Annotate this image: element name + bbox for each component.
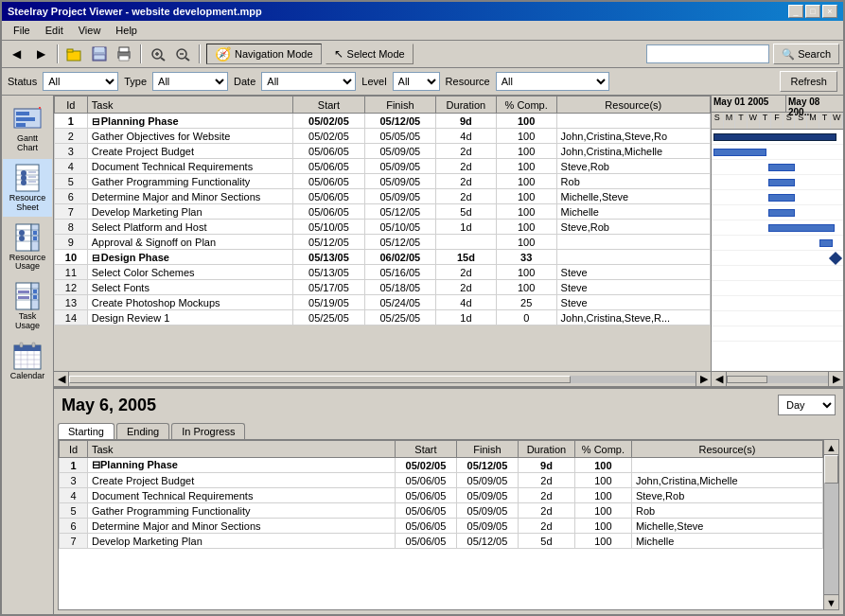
gantt-scroll-left[interactable]: ◀: [712, 372, 727, 387]
svg-rect-3: [95, 47, 104, 52]
print-button[interactable]: [114, 44, 134, 64]
navigation-mode-button[interactable]: 🧭 Navigation Mode: [206, 44, 322, 64]
type-select[interactable]: All: [152, 72, 228, 91]
menu-edit[interactable]: Edit: [38, 23, 71, 38]
tab-ending[interactable]: Ending: [116, 423, 169, 439]
table-row[interactable]: 10 ⊟Design Phase 05/13/05 06/02/05 15d 3…: [55, 250, 711, 265]
gantt-header: May 01 2005 May 08 200... S M T W T F S …: [712, 96, 843, 130]
gantt-scroll-right[interactable]: ▶: [828, 372, 843, 387]
resource-select[interactable]: All: [496, 72, 609, 91]
bottom-vertical-scrollbar[interactable]: ▲ ▼: [823, 440, 838, 609]
row-finish: 05/24/05: [364, 295, 435, 310]
sidebar-item-resource-sheet[interactable]: ResourceSheet: [3, 159, 52, 217]
open-button[interactable]: [64, 44, 85, 64]
gantt-day-T3: T: [819, 113, 832, 130]
upper-horizontal-scrollbar[interactable]: ◀ ▶: [54, 371, 711, 386]
bottom-row-comp: 100: [574, 503, 631, 519]
day-view-select[interactable]: Day Week Month: [778, 395, 836, 415]
scroll-track[interactable]: [69, 376, 695, 383]
minimize-button[interactable]: _: [788, 5, 803, 18]
row-finish: 05/12/05: [364, 114, 435, 129]
scroll-up-button[interactable]: ▲: [824, 440, 838, 455]
table-row[interactable]: 5 Gather Programming Functionality 05/06…: [55, 174, 711, 189]
row-id: 6: [55, 189, 88, 204]
gantt-day-S2: S: [783, 113, 796, 130]
row-resources: Steve,Rob: [556, 159, 710, 174]
close-button[interactable]: ×: [822, 5, 837, 18]
main-window: Steelray Project Viewer - website develo…: [0, 0, 845, 616]
gantt-scroll-thumb[interactable]: [727, 376, 767, 383]
menu-help[interactable]: Help: [108, 23, 145, 38]
scroll-thumb[interactable]: [69, 376, 571, 383]
table-row[interactable]: 1 ⊟Planning Phase 05/02/05 05/12/05 9d 1…: [55, 114, 711, 129]
sidebar-item-resource-usage[interactable]: ResourceUsage: [3, 219, 52, 276]
svg-rect-49: [33, 295, 37, 299]
gantt-scroll-track[interactable]: [727, 376, 828, 383]
search-button-label: Search: [798, 48, 831, 60]
level-select[interactable]: All: [393, 72, 440, 91]
row-comp: 100: [496, 114, 556, 129]
date-select[interactable]: All: [261, 72, 356, 91]
bottom-table-row[interactable]: 1 ⊟Planning Phase 05/02/05 05/12/05 9d 1…: [60, 458, 823, 473]
table-row[interactable]: 12 Select Fonts 05/17/05 05/18/05 2d 100…: [55, 280, 711, 295]
menu-view[interactable]: View: [71, 23, 109, 38]
back-button[interactable]: ◀: [6, 44, 26, 64]
sidebar-item-gantt-chart[interactable]: GanttChart: [3, 99, 52, 157]
zoom-in-button[interactable]: [148, 44, 168, 64]
row-start: 05/25/05: [293, 310, 364, 326]
row-task: Create Project Budget: [87, 144, 292, 159]
table-row[interactable]: 7 Develop Marketing Plan 05/06/05 05/12/…: [55, 204, 711, 220]
bottom-col-comp: % Comp.: [574, 441, 631, 458]
search-button[interactable]: 🔍 Search: [773, 44, 839, 64]
scroll-thumb-v[interactable]: [824, 455, 838, 484]
refresh-button[interactable]: Refresh: [780, 71, 837, 92]
bottom-table-scroll: Id Task Start Finish Duration % Comp. Re…: [59, 440, 823, 609]
table-row[interactable]: 13 Create Photoshop Mockups 05/19/05 05/…: [55, 295, 711, 310]
table-row[interactable]: 3 Create Project Budget 05/06/05 05/09/0…: [55, 144, 711, 159]
table-row[interactable]: 11 Select Color Schemes 05/13/05 05/16/0…: [55, 265, 711, 280]
zoom-out-button[interactable]: [172, 44, 193, 64]
tab-in-progress[interactable]: In Progress: [171, 423, 245, 439]
row-task: Approval & Signoff on Plan: [87, 235, 292, 250]
status-select[interactable]: All: [43, 72, 118, 91]
sidebar-item-task-usage[interactable]: TaskUsage: [3, 277, 52, 335]
scroll-track-v[interactable]: [824, 455, 838, 594]
bottom-table-row[interactable]: 7 Develop Marketing Plan 05/06/05 05/12/…: [60, 534, 823, 549]
row-finish: 05/12/05: [364, 204, 435, 220]
scroll-right-button[interactable]: ▶: [695, 372, 711, 387]
table-row[interactable]: 14 Design Review 1 05/25/05 05/25/05 1d …: [55, 310, 711, 326]
bottom-table-row[interactable]: 3 Create Project Budget 05/06/05 05/09/0…: [60, 473, 823, 488]
table-row[interactable]: 4 Document Technical Requirements 05/06/…: [55, 159, 711, 174]
bottom-table-row[interactable]: 5 Gather Programming Functionality 05/06…: [60, 503, 823, 519]
date-title: May 6, 2005: [62, 396, 156, 415]
save-button[interactable]: [89, 44, 110, 64]
menu-file[interactable]: File: [6, 23, 38, 38]
sidebar-item-calendar[interactable]: Calendar: [3, 337, 52, 385]
bottom-table-row[interactable]: 4 Document Technical Requirements 05/06/…: [60, 488, 823, 503]
bottom-table-row[interactable]: 6 Determine Major and Minor Sections 05/…: [60, 519, 823, 534]
select-mode-button[interactable]: ↖ Select Mode: [326, 44, 414, 64]
row-resources: [556, 235, 710, 250]
maximize-button[interactable]: □: [805, 5, 820, 18]
bottom-row-finish: 05/09/05: [456, 519, 518, 534]
task-usage-label: TaskUsage: [15, 312, 40, 331]
table-row[interactable]: 9 Approval & Signoff on Plan 05/12/05 05…: [55, 235, 711, 250]
gantt-day-S3: S: [795, 113, 807, 130]
row-task: Select Fonts: [87, 280, 292, 295]
row-duration: 2d: [436, 280, 497, 295]
gantt-horizontal-scrollbar[interactable]: ◀ ▶: [712, 371, 843, 386]
row-comp: 100: [496, 159, 556, 174]
table-row[interactable]: 6 Determine Major and Minor Sections 05/…: [55, 189, 711, 204]
scroll-down-button[interactable]: ▼: [824, 594, 838, 609]
forward-button[interactable]: ▶: [30, 44, 51, 64]
row-finish: 05/12/05: [364, 235, 435, 250]
window-title: Steelray Project Viewer - website develo…: [8, 6, 262, 17]
scroll-left-button[interactable]: ◀: [54, 372, 69, 387]
menu-bar: File Edit View Help: [2, 21, 843, 41]
row-duration: [436, 235, 497, 250]
tab-starting[interactable]: Starting: [58, 423, 114, 439]
table-row[interactable]: 8 Select Platform and Host 05/10/05 05/1…: [55, 220, 711, 235]
gantt-row-1: [712, 130, 843, 145]
search-input[interactable]: [646, 44, 769, 63]
table-row[interactable]: 2 Gather Objectives for Website 05/02/05…: [55, 129, 711, 144]
